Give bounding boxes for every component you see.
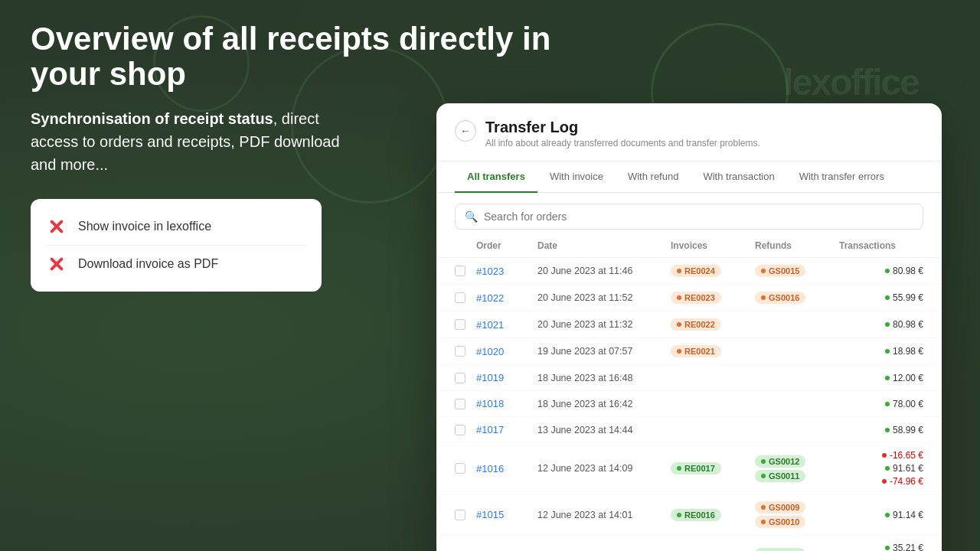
feature-download-invoice[interactable]: Download invoice as PDF	[46, 245, 306, 282]
table-header: Order Date Invoices Refunds Transactions	[436, 240, 942, 258]
refund-badge[interactable]: GS0009	[755, 501, 805, 514]
transactions-cell: 18.98 €	[839, 346, 923, 357]
tab-with-refund[interactable]: With refund	[616, 161, 691, 193]
refund-badge[interactable]: GS0016	[755, 292, 805, 304]
transaction-amount: 80.98 €	[885, 266, 923, 276]
sync-bold: Synchronisation of receipt status	[31, 110, 273, 127]
transaction-amount: 12.00 €	[885, 373, 923, 383]
order-date: 18 June 2023 at 16:48	[537, 373, 671, 383]
order-link[interactable]: #1023	[476, 266, 537, 277]
lx-watermark: lexoffice	[783, 61, 919, 103]
x-icon-show	[46, 216, 67, 237]
transaction-amount: 35.21 €	[885, 543, 923, 551]
order-link[interactable]: #1016	[476, 463, 537, 474]
order-date: 12 June 2023 at 14:01	[537, 510, 671, 520]
invoice-badge[interactable]: RE0016	[671, 509, 721, 521]
transfer-log-panel: ← Transfer Log All info about already tr…	[436, 103, 942, 551]
transaction-amount: -74.96 €	[882, 476, 923, 487]
table-row: #101612 June 2023 at 14:09RE0017GS0012GS…	[436, 443, 942, 494]
col-check	[455, 240, 476, 251]
invoice-badge[interactable]: RE0022	[671, 318, 721, 331]
refund-badge[interactable]: GS0015	[755, 265, 805, 277]
refunds-cell: GS0012GS0011	[755, 455, 839, 482]
invoice-badge[interactable]: RE0024	[671, 265, 721, 277]
invoices-cell: RE0016	[671, 509, 755, 521]
feature-box: Show invoice in lexoffice Download invoi…	[31, 199, 322, 292]
invoice-badge[interactable]: RE0017	[671, 462, 721, 474]
refunds-cell: GS0016	[755, 292, 839, 304]
transaction-amount: 55.99 €	[885, 292, 923, 303]
order-link[interactable]: #1019	[476, 372, 537, 383]
feature-download-label: Download invoice as PDF	[78, 257, 218, 271]
row-checkbox[interactable]	[455, 373, 466, 383]
row-checkbox[interactable]	[455, 399, 466, 409]
sync-description: Synchronisation of receipt status, direc…	[31, 107, 352, 176]
row-checkbox[interactable]	[455, 463, 466, 474]
order-link[interactable]: #1022	[476, 292, 537, 304]
invoices-cell: RE0024	[671, 265, 755, 277]
invoices-cell: RE0021	[671, 345, 755, 357]
row-checkbox[interactable]	[455, 266, 466, 276]
search-input-wrap[interactable]: 🔍	[455, 204, 923, 230]
tabs-bar: All transfers With invoice With refund W…	[436, 161, 942, 193]
left-section: Synchronisation of receipt status, direc…	[31, 107, 352, 292]
row-checkbox[interactable]	[455, 346, 466, 357]
order-date: 12 June 2023 at 14:09	[537, 463, 671, 474]
table-row: #102120 June 2023 at 11:32RE002280.98 €	[436, 311, 942, 338]
refund-badge[interactable]: GS0012	[755, 455, 805, 468]
refund-badge[interactable]: GS0013	[755, 548, 805, 552]
table-row: #102220 June 2023 at 11:52RE0023GS001655…	[436, 285, 942, 311]
table-row: #101918 June 2023 at 16:4812.00 €	[436, 365, 942, 391]
page-title: Overview of all receipts directly in you…	[31, 21, 567, 92]
order-date: 20 June 2023 at 11:32	[537, 319, 671, 330]
order-date: 13 June 2023 at 14:44	[537, 425, 671, 435]
transaction-amount: 18.98 €	[885, 346, 923, 357]
order-date: 19 June 2023 at 07:57	[537, 346, 671, 357]
tab-with-transaction[interactable]: With transaction	[691, 161, 786, 193]
table-row: #101818 June 2023 at 16:4278.00 €	[436, 391, 942, 417]
refund-badge[interactable]: GS0011	[755, 470, 805, 482]
x-icon-download	[46, 253, 67, 275]
order-link[interactable]: #1021	[476, 319, 537, 331]
transaction-amount: 78.00 €	[885, 399, 923, 409]
invoices-cell: RE0022	[671, 318, 755, 331]
col-transactions: Transactions	[839, 240, 923, 251]
search-input[interactable]	[484, 210, 913, 223]
invoice-badge[interactable]: RE0021	[671, 345, 721, 357]
transaction-amount: 91.14 €	[885, 510, 923, 520]
order-link[interactable]: #1017	[476, 424, 537, 435]
transactions-cell: 35.21 €-20.94 €-14.27 €	[839, 543, 923, 551]
invoices-cell: RE0017	[671, 462, 755, 474]
tab-with-errors[interactable]: With transfer errors	[787, 161, 897, 193]
refund-badge[interactable]: GS0010	[755, 516, 805, 528]
refunds-cell: GS0013GS0014	[755, 548, 839, 552]
transaction-amount: 80.98 €	[885, 319, 923, 330]
refunds-cell: GS0015	[755, 265, 839, 277]
back-button[interactable]: ←	[455, 120, 476, 142]
invoices-cell: RE0023	[671, 292, 755, 304]
transactions-cell: 80.98 €	[839, 266, 923, 276]
feature-show-label: Show invoice in lexoffice	[78, 220, 211, 233]
order-link[interactable]: #1020	[476, 346, 537, 357]
row-checkbox[interactable]	[455, 292, 466, 303]
order-link[interactable]: #1018	[476, 398, 537, 409]
table-row: #102320 June 2023 at 11:46RE0024GS001580…	[436, 258, 942, 285]
invoice-badge[interactable]: RE0023	[671, 292, 721, 304]
tab-with-invoice[interactable]: With invoice	[537, 161, 616, 193]
row-checkbox[interactable]	[455, 425, 466, 435]
row-checkbox[interactable]	[455, 510, 466, 520]
transactions-cell: 12.00 €	[839, 373, 923, 383]
col-refunds: Refunds	[755, 240, 839, 251]
transactions-cell: 80.98 €	[839, 319, 923, 330]
feature-show-invoice[interactable]: Show invoice in lexoffice	[46, 208, 306, 245]
tab-all-transfers[interactable]: All transfers	[455, 161, 537, 193]
order-date: 20 June 2023 at 11:52	[537, 292, 671, 303]
col-date: Date	[537, 240, 671, 251]
row-checkbox[interactable]	[455, 319, 466, 330]
panel-title: Transfer Log	[485, 119, 923, 136]
transactions-cell: -16.65 €91.61 €-74.96 €	[839, 450, 923, 487]
order-date: 20 June 2023 at 11:46	[537, 266, 671, 276]
order-link[interactable]: #1015	[476, 509, 537, 520]
table-body: #102320 June 2023 at 11:46RE0024GS001580…	[436, 258, 942, 551]
col-order: Order	[476, 240, 537, 251]
